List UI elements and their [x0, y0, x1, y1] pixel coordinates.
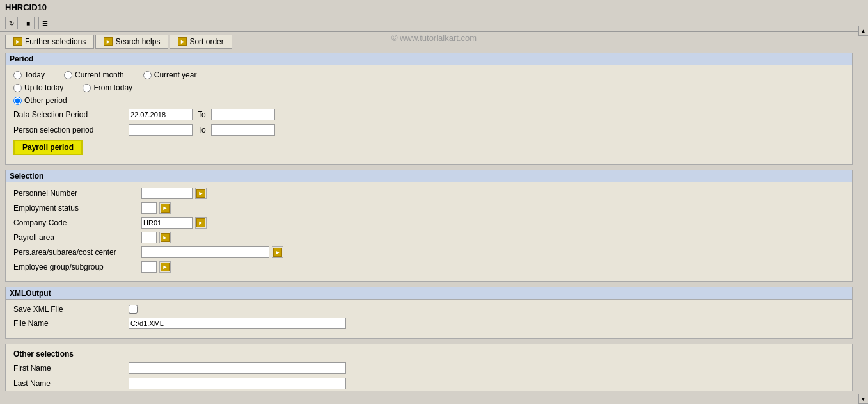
payroll-area-input[interactable]	[141, 232, 157, 243]
xmloutput-section-content: Save XML File File Name	[6, 300, 852, 338]
file-name-row: File Name	[13, 318, 844, 329]
payroll-period-row: Payroll period	[13, 140, 844, 155]
nav-icon[interactable]: ↻	[5, 17, 18, 29]
company-code-label: Company Code	[13, 218, 141, 227]
sort-order-arrow-icon: ►	[178, 37, 187, 46]
tab-search-helps[interactable]: ► Search helps	[95, 35, 168, 49]
radio-other-period-input[interactable]	[13, 97, 22, 105]
scroll-up-btn[interactable]: ▲	[858, 26, 869, 36]
pers-area-row: Pers.area/subarea/cost center ►	[13, 246, 844, 258]
employment-status-arrow-btn[interactable]: ►	[159, 202, 171, 214]
personnel-number-row: Personnel Number ►	[13, 188, 844, 199]
pers-area-arrow-btn[interactable]: ►	[272, 246, 283, 258]
payroll-area-row: Payroll area ►	[13, 232, 844, 243]
person-selection-period-input[interactable]	[129, 124, 193, 136]
personnel-number-arrow-icon: ►	[196, 189, 205, 198]
pers-area-arrow-icon: ►	[273, 248, 282, 257]
company-code-arrow-btn[interactable]: ►	[195, 217, 207, 229]
pers-area-input[interactable]	[141, 246, 269, 258]
person-selection-period-label: Person selection period	[13, 125, 129, 134]
first-name-input[interactable]	[129, 362, 346, 374]
company-code-arrow-icon: ►	[196, 218, 205, 227]
to-label2: To	[198, 125, 206, 134]
selection-section: Selection Personnel Number ► Employment …	[5, 170, 853, 282]
period-section-content: Today Current month Current year Up to t…	[6, 65, 852, 164]
employee-group-input[interactable]	[141, 261, 157, 273]
payroll-area-arrow-icon: ►	[161, 233, 170, 242]
save-xml-label: Save XML File	[13, 305, 129, 314]
radio-current-month[interactable]: Current month	[64, 70, 124, 79]
person-selection-period-row: Person selection period To	[13, 124, 844, 136]
data-selection-period-label: Data Selection Period	[13, 110, 129, 119]
employee-group-row: Employee group/subgroup ►	[13, 261, 844, 273]
pers-area-label: Pers.area/subarea/cost center	[13, 248, 141, 257]
toolbar: ↻ ■ ☰ © www.tutorialkart.com	[0, 15, 868, 32]
search-helps-arrow-icon: ►	[104, 37, 113, 46]
radio-up-to-today[interactable]: Up to today	[13, 83, 63, 92]
payroll-area-arrow-btn[interactable]: ►	[159, 232, 171, 243]
tab-bar: ► Further selections ► Search helps ► So…	[5, 35, 853, 49]
personnel-number-arrow-btn[interactable]: ►	[195, 188, 207, 199]
last-name-input[interactable]	[129, 378, 346, 389]
other-selections-title: Other selections	[13, 350, 844, 359]
radio-up-to-today-input[interactable]	[13, 84, 22, 92]
to-label1: To	[198, 110, 206, 119]
radio-from-today-input[interactable]	[83, 84, 91, 92]
save-icon[interactable]: ■	[22, 17, 35, 29]
data-selection-period-input[interactable]	[129, 109, 193, 120]
last-name-row: Last Name	[13, 378, 844, 389]
app-title: HHRCID10	[5, 3, 47, 12]
data-selection-period-to-input[interactable]	[211, 109, 275, 120]
main-content: ► Further selections ► Search helps ► So…	[0, 32, 858, 391]
data-selection-period-row: Data Selection Period To	[13, 109, 844, 120]
save-xml-checkbox[interactable]	[129, 305, 138, 314]
tab-further-selections[interactable]: ► Further selections	[5, 35, 94, 49]
employment-status-arrow-icon: ►	[161, 204, 170, 213]
employment-status-row: Employment status ►	[13, 202, 844, 214]
file-name-input[interactable]	[129, 318, 346, 329]
radio-today-input[interactable]	[13, 71, 22, 79]
file-name-label: File Name	[13, 319, 129, 328]
other-selections-section: Other selections First Name Last Name	[5, 344, 853, 391]
period-section: Period Today Current month Current year	[5, 53, 853, 165]
selection-section-title: Selection	[6, 170, 852, 182]
employee-group-arrow-icon: ►	[161, 263, 170, 271]
selection-section-content: Personnel Number ► Employment status ►	[6, 182, 852, 281]
radio-today[interactable]: Today	[13, 70, 45, 79]
title-bar: HHRCID10	[0, 0, 868, 15]
radio-current-year[interactable]: Current year	[143, 70, 197, 79]
other-selections-content: Other selections First Name Last Name	[6, 344, 852, 391]
tab-sort-order[interactable]: ► Sort order	[170, 35, 232, 49]
employee-group-label: Employee group/subgroup	[13, 263, 141, 271]
period-radio-row3: Other period	[13, 96, 844, 105]
first-name-label: First Name	[13, 364, 129, 373]
further-selections-arrow-icon: ►	[13, 37, 22, 46]
radio-from-today[interactable]: From today	[83, 83, 132, 92]
payroll-area-label: Payroll area	[13, 233, 141, 242]
personnel-number-label: Personnel Number	[13, 189, 141, 198]
radio-current-month-input[interactable]	[64, 71, 72, 79]
person-selection-period-to-input[interactable]	[211, 124, 275, 136]
company-code-input[interactable]	[141, 217, 193, 229]
radio-current-year-input[interactable]	[143, 71, 152, 79]
period-section-title: Period	[6, 53, 852, 65]
scrollbar[interactable]: ▲ ▼	[858, 26, 868, 391]
first-name-row: First Name	[13, 362, 844, 374]
employment-status-label: Employment status	[13, 204, 141, 213]
company-code-row: Company Code ►	[13, 217, 844, 229]
save-xml-row: Save XML File	[13, 305, 844, 314]
last-name-label: Last Name	[13, 379, 129, 388]
period-radio-row2: Up to today From today	[13, 83, 844, 92]
xmloutput-section: XMLOutput Save XML File File Name	[5, 287, 853, 339]
radio-other-period[interactable]: Other period	[13, 96, 67, 105]
xmloutput-section-title: XMLOutput	[6, 287, 852, 300]
personnel-number-input[interactable]	[141, 188, 193, 199]
menu-icon[interactable]: ☰	[38, 17, 51, 29]
employee-group-arrow-btn[interactable]: ►	[159, 261, 171, 273]
employment-status-input[interactable]	[141, 202, 157, 214]
period-radio-row1: Today Current month Current year	[13, 70, 844, 79]
payroll-period-button[interactable]: Payroll period	[13, 140, 83, 155]
